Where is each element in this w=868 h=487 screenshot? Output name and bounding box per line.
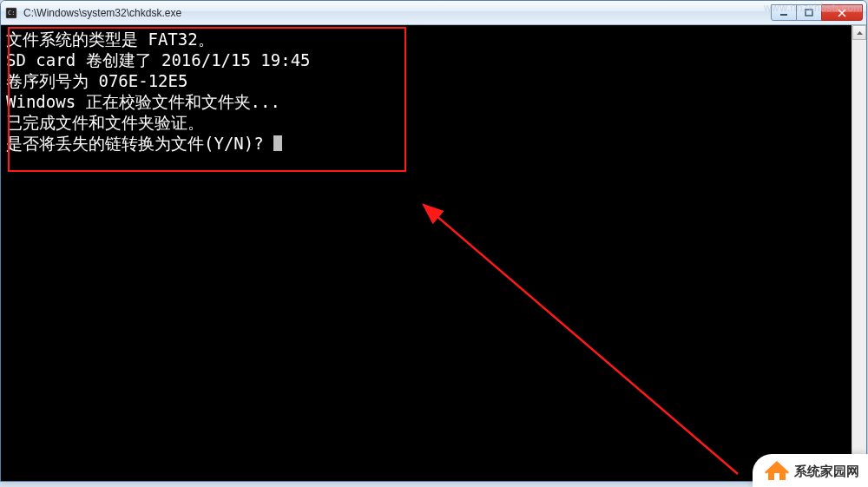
terminal-output[interactable]: 文件系统的类型是 FAT32。 SD card 卷创建了 2016/1/15 1… — [1, 25, 852, 481]
terminal-line: Windows 正在校验文件和文件夹... — [6, 92, 280, 111]
window-title: C:\Windows\system32\chkdsk.exe — [23, 7, 772, 19]
app-icon: C: — [4, 6, 18, 20]
titlebar[interactable]: C: C:\Windows\system32\chkdsk.exe — [1, 1, 866, 25]
scroll-up-button[interactable] — [852, 25, 866, 40]
cursor-icon — [273, 135, 282, 151]
client-area: 文件系统的类型是 FAT32。 SD card 卷创建了 2016/1/15 1… — [1, 25, 866, 481]
scroll-track[interactable] — [852, 40, 866, 466]
console-window: C: C:\Windows\system32\chkdsk.exe 文件系统的类… — [0, 0, 867, 482]
svg-rect-5 — [774, 473, 779, 480]
terminal-line: 文件系统的类型是 FAT32。 — [6, 30, 214, 49]
terminal-line: 已完成文件和文件夹验证。 — [6, 113, 204, 132]
terminal-line: SD card 卷创建了 2016/1/15 19:45 — [6, 50, 311, 69]
house-icon — [765, 459, 789, 484]
vertical-scrollbar[interactable] — [852, 25, 866, 481]
watermark-url: www.hnzkhbsb.com — [764, 2, 863, 14]
svg-text:C:: C: — [8, 10, 15, 16]
watermark-text: 系统家园网 — [794, 464, 859, 480]
terminal-line: 是否将丢失的链转换为文件(Y/N)? — [6, 134, 273, 153]
watermark-badge: 系统家园网 — [753, 454, 868, 487]
terminal-line: 卷序列号为 076E-12E5 — [6, 71, 187, 90]
